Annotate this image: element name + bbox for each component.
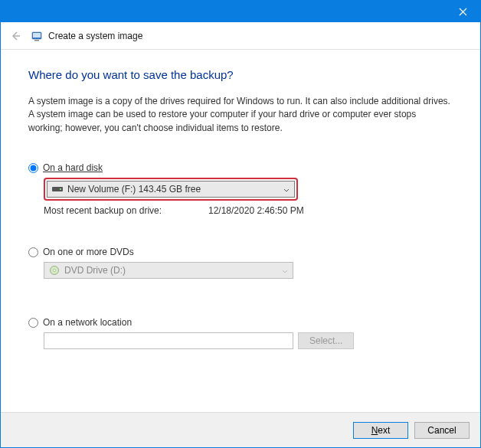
network-select-button: Select... bbox=[298, 332, 354, 349]
hard-disk-label[interactable]: On a hard disk bbox=[43, 162, 103, 173]
svg-rect-2 bbox=[34, 40, 39, 41]
footer: Next Cancel bbox=[1, 412, 480, 447]
hard-disk-meta: Most recent backup on drive: 12/18/2020 … bbox=[44, 205, 453, 216]
network-radio[interactable] bbox=[28, 318, 38, 328]
svg-point-4 bbox=[60, 188, 61, 190]
meta-value: 12/18/2020 2:46:50 PM bbox=[208, 205, 304, 216]
back-arrow-icon bbox=[9, 30, 21, 42]
network-label[interactable]: On a network location bbox=[43, 317, 132, 328]
header-bar: Create a system image bbox=[1, 22, 480, 50]
dvd-drive-icon bbox=[49, 265, 60, 276]
dvd-select: DVD Drive (D:) bbox=[44, 262, 293, 279]
dvd-label[interactable]: On one or more DVDs bbox=[43, 247, 134, 257]
dvd-select-text: DVD Drive (D:) bbox=[64, 265, 282, 276]
page-heading: Where do you want to save the backup? bbox=[28, 68, 453, 81]
back-button[interactable] bbox=[7, 28, 24, 44]
drive-icon bbox=[52, 185, 63, 193]
hard-disk-select-text: New Volume (F:) 143.45 GB free bbox=[67, 184, 283, 195]
close-button[interactable] bbox=[446, 1, 480, 22]
hard-disk-select[interactable]: New Volume (F:) 143.45 GB free bbox=[47, 181, 295, 198]
content-area: Where do you want to save the backup? A … bbox=[1, 50, 480, 412]
chevron-down-icon bbox=[283, 185, 290, 194]
header-title: Create a system image bbox=[48, 31, 142, 41]
meta-label: Most recent backup on drive: bbox=[44, 205, 208, 216]
network-path-input bbox=[44, 332, 293, 349]
titlebar bbox=[1, 1, 480, 22]
option-hard-disk: On a hard disk New Volume (F:) 143.45 GB… bbox=[28, 162, 453, 216]
page-description: A system image is a copy of the drives r… bbox=[28, 95, 453, 135]
hard-disk-radio[interactable] bbox=[28, 163, 38, 173]
dvd-radio[interactable] bbox=[28, 247, 38, 257]
chevron-down-icon bbox=[282, 267, 288, 275]
option-dvd: On one or more DVDs DVD Drive (D:) bbox=[28, 247, 453, 279]
svg-point-6 bbox=[54, 270, 56, 272]
svg-rect-1 bbox=[33, 33, 41, 38]
hard-disk-highlight: New Volume (F:) 143.45 GB free bbox=[44, 178, 298, 201]
system-image-icon bbox=[30, 29, 44, 43]
close-icon bbox=[459, 8, 467, 16]
wizard-window: Create a system image Where do you want … bbox=[0, 0, 481, 448]
cancel-button[interactable]: Cancel bbox=[414, 422, 470, 439]
next-button[interactable]: Next bbox=[353, 422, 408, 439]
option-network: On a network location Select... bbox=[28, 317, 453, 349]
